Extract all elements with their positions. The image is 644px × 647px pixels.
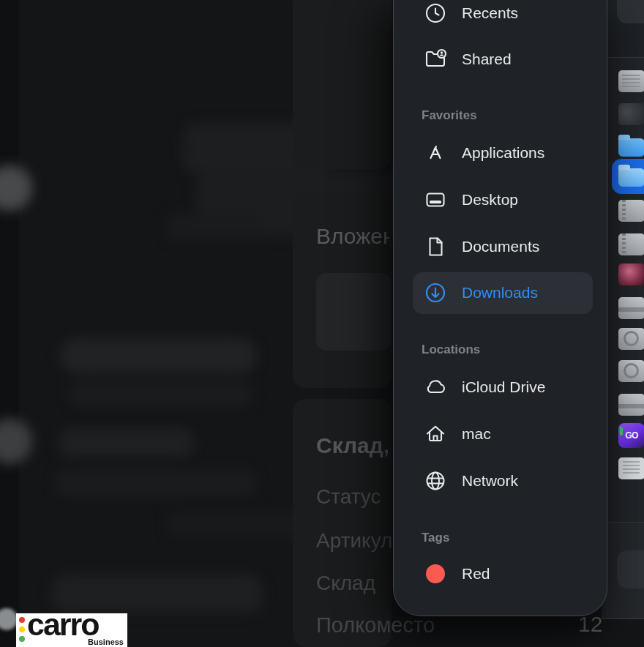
photo-pink-file-icon [618, 263, 644, 285]
sidebar-item-label: mac [462, 425, 491, 443]
screenshot-root: Вложения Склад, остатки Статус Артикул С… [0, 0, 644, 647]
stock-row-warehouse: Склад [316, 572, 392, 595]
attachments-heading: Вложения [316, 224, 389, 249]
stock-heading: Склад, остатки [316, 433, 391, 458]
sidebar-item-label: Applications [462, 144, 544, 162]
section-header-locations: Locations [422, 343, 480, 357]
shared-folder-icon [423, 47, 448, 72]
file-item-textdoc[interactable] [618, 456, 644, 481]
spreadsheet-file-icon [618, 70, 644, 92]
zip-file-icon [618, 233, 644, 255]
open-dialog-sidebar: Recents Shared Favorites Applications [393, 0, 607, 616]
home-icon [423, 422, 448, 446]
document-icon [423, 234, 448, 259]
logo-dot-red [19, 617, 25, 623]
sidebar-item-desktop[interactable]: Desktop [423, 187, 518, 213]
file-item-app-go[interactable]: GO [618, 423, 644, 448]
zip-file-icon [618, 200, 644, 222]
photo-dark-file-icon [618, 103, 644, 125]
disk-file-icon [618, 328, 644, 350]
clock-icon [423, 1, 448, 26]
logo-subtitle-text: Business [88, 637, 124, 646]
sidebar-item-label: Shared [462, 51, 512, 68]
carro-logo: carro Business [16, 613, 127, 647]
folder-file-icon [618, 138, 644, 157]
file-item-zip[interactable] [618, 198, 644, 223]
sidebar-item-label: Documents [462, 238, 539, 255]
installer-file-icon [618, 394, 644, 416]
sidebar-item-label: Desktop [462, 191, 518, 209]
file-item-disk[interactable] [618, 359, 644, 384]
logo-dot-yellow [19, 627, 25, 632]
section-header-favorites: Favorites [422, 108, 477, 123]
tag-red-dot-icon [423, 561, 448, 586]
sidebar-item-label: Network [462, 472, 518, 490]
stock-row-shelf-label: Полкоместо [316, 613, 435, 637]
logo-dot-green [19, 636, 25, 642]
file-item-folder-selected[interactable] [618, 164, 644, 189]
stock-row-status: Статус [316, 485, 392, 509]
section-header-tags: Tags [422, 531, 449, 545]
sidebar-item-recents[interactable]: Recents [423, 0, 518, 26]
file-item-folder[interactable] [618, 134, 644, 159]
sidebar-item-tag-red[interactable]: Red [423, 561, 490, 587]
sidebar-item-mac[interactable]: mac [423, 421, 491, 447]
bg-card-top [293, 0, 392, 169]
sidebar-item-documents[interactable]: Documents [423, 233, 539, 260]
sidebar-item-shared[interactable]: Shared [423, 46, 512, 72]
desktop-icon [423, 187, 448, 212]
file-browser-pane: GO [602, 0, 644, 619]
toolbar-control-partial[interactable] [617, 0, 644, 23]
footer-button-partial[interactable] [617, 550, 644, 588]
download-circle-icon [423, 280, 448, 305]
sidebar-item-label: iCloud Drive [462, 378, 545, 396]
app-go-file-icon: GO [618, 423, 644, 448]
stock-row-sku: Артикул [316, 529, 392, 553]
sidebar-item-network[interactable]: Network [423, 468, 518, 494]
file-item-installer[interactable] [618, 392, 644, 417]
attachment-dropzone[interactable] [316, 273, 392, 351]
cloud-icon [423, 375, 448, 400]
file-item-photo-dark[interactable] [618, 102, 644, 127]
file-item-photo-pink[interactable] [618, 262, 644, 287]
sidebar-item-label: Red [462, 565, 490, 583]
file-item-zip[interactable] [618, 232, 644, 257]
sidebar-item-label: Recents [462, 4, 518, 22]
folder-file-icon [618, 168, 644, 187]
installer-file-icon [618, 297, 644, 319]
textdoc-file-icon [618, 457, 644, 479]
file-item-spreadsheet[interactable] [618, 69, 644, 94]
sidebar-item-downloads[interactable]: Downloads [423, 280, 538, 306]
app-store-icon [423, 141, 448, 165]
sidebar-item-applications[interactable]: Applications [423, 140, 544, 166]
disk-file-icon [618, 360, 644, 382]
file-item-disk[interactable] [618, 326, 644, 351]
sidebar-item-label: Downloads [462, 284, 538, 302]
globe-icon [423, 468, 448, 493]
file-item-installer[interactable] [618, 296, 644, 321]
sidebar-item-icloud-drive[interactable]: iCloud Drive [423, 374, 545, 400]
